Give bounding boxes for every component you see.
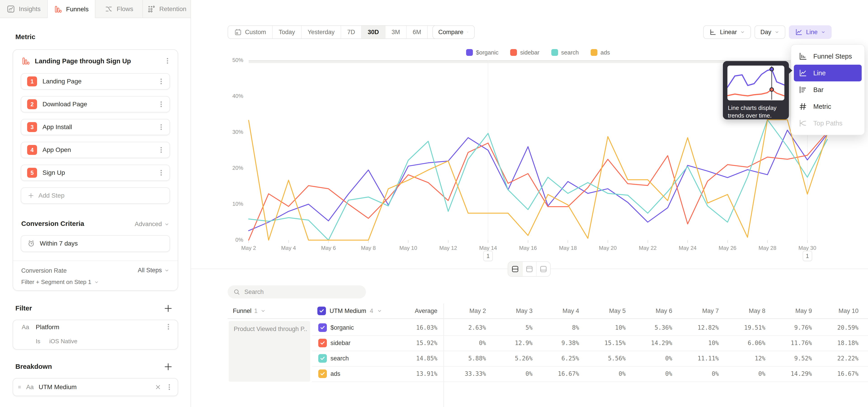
legend-item-organic[interactable]: $organic [466,49,499,56]
series-checkbox-ads[interactable] [318,370,327,378]
funnel-step-row[interactable]: 4App Open [21,142,170,158]
table-cell: 5.26% [487,351,532,366]
step-kebab-icon[interactable] [157,100,165,108]
range-label: Custom [245,29,266,36]
step-kebab-icon[interactable] [157,123,165,131]
filter-segment-dropdown[interactable]: Filter + Segment on Step 1 [21,279,99,286]
breakdown-column-dropdown[interactable]: UTM Medium4 [317,304,382,318]
x-axis-label: May 18 [552,245,584,251]
view-toggle-table-only[interactable] [536,262,550,276]
row-group-cell[interactable]: Product Viewed through P... [229,321,310,382]
view-toggle-chart-only[interactable] [522,262,536,276]
add-filter-button[interactable] [163,304,173,313]
series-line-ads [249,120,827,240]
advanced-dropdown[interactable]: Advanced [135,221,169,228]
legend-item-sidebar[interactable]: sidebar [510,49,539,56]
step-kebab-icon[interactable] [157,146,165,154]
breakdown-kebab-icon[interactable] [165,383,173,391]
drag-handle-icon[interactable] [17,384,23,390]
metric-kebab-icon[interactable] [164,57,171,65]
filter-kebab-icon[interactable] [164,323,172,331]
menu-item-top-paths: Top Paths [791,115,864,132]
series-checkbox-sidebar[interactable] [318,339,327,347]
legend-item-search[interactable]: search [551,49,579,56]
annotation-badge[interactable]: 1 [483,251,493,261]
table-cell: 10% [581,320,626,335]
legend-item-ads[interactable]: ads [591,49,610,56]
series-checkbox-organic[interactable] [318,323,327,332]
series-average: 15.92% [392,335,437,351]
search-input[interactable] [244,288,353,295]
table-cell: 15.15% [581,335,626,351]
step-kebab-icon[interactable] [157,77,165,85]
add-breakdown-button[interactable] [163,362,173,372]
series-checkbox-search[interactable] [318,354,327,363]
table-cell: 11.76% [767,335,812,351]
y-axis-label: 10% [226,201,243,207]
y-axis-label: 30% [226,129,243,135]
tooltip-text: Line charts display trends over time. [728,104,785,119]
funnel-step-row[interactable]: 1Landing Page [21,73,170,90]
range-30d[interactable]: 30D [361,26,385,38]
chevron-down-icon [821,30,826,35]
funnel-step-row[interactable]: 2Download Page [21,96,170,113]
range-today[interactable]: Today [272,26,301,38]
select-all-checkbox[interactable] [317,307,326,315]
tab-retention[interactable]: Retention [143,0,191,18]
date-column-header: May 10 [813,304,859,318]
table-cell: 14.29% [627,335,672,351]
menu-item-metric[interactable]: Metric [791,98,864,115]
scale-label: Linear [720,29,737,36]
insights-icon [6,5,15,13]
funnel-step-row[interactable]: 3App Install [21,119,170,135]
compare-button[interactable]: Compare [432,25,475,39]
range-3m[interactable]: 3M [385,26,406,38]
filter-card[interactable]: Aa Platform Is iOS Native [13,320,178,350]
scale-button[interactable]: Linear [703,25,751,39]
series-name: $organic [331,320,354,335]
chart-type-button[interactable]: Line [789,25,832,39]
conversion-rate-steps-dropdown[interactable]: All Steps [138,267,169,274]
conversion-window-button[interactable]: Within 7 days [21,235,170,252]
table-cell: 8% [534,320,579,335]
breakdown-card[interactable]: Aa UTM Medium [13,378,178,396]
menu-item-line[interactable]: Line [794,65,862,82]
close-icon[interactable] [155,384,161,390]
range-yesterday[interactable]: Yesterday [301,26,341,38]
filter-value[interactable]: iOS Native [49,338,77,345]
annotation-badge[interactable]: 1 [803,251,812,261]
filter-operator[interactable]: Is [36,338,40,345]
y-axis-label: 0% [226,237,243,243]
divider [13,260,178,261]
x-axis-tick [687,240,688,243]
funnel-selector-dropdown[interactable]: Funnel1 [233,304,266,318]
funnel-step-row[interactable]: 5Sign Up [21,165,170,181]
linear-scale-icon [709,28,717,36]
series-line-sidebar [249,132,827,240]
x-axis-tick [488,240,488,243]
table-cell: 16.67% [534,366,579,381]
tab-flows[interactable]: Flows [95,0,143,18]
step-kebab-icon[interactable] [157,169,165,177]
property-type-badge: Aa [22,324,29,331]
search-box[interactable] [228,285,366,299]
range-7d[interactable]: 7D [341,26,361,38]
tab-insights[interactable]: Insights [0,0,48,18]
menu-item-bar[interactable]: Bar [791,82,864,98]
range-custom[interactable]: Custom [228,26,272,38]
menu-item-label: Line [813,69,826,77]
step-label: App Open [42,146,71,154]
x-axis-tick [807,240,808,243]
legend-swatch [551,49,558,56]
x-axis-tick [448,240,448,243]
view-toggle-split-view[interactable] [508,262,522,276]
x-axis-label: May 2 [233,245,265,251]
menu-item-funnel-steps[interactable]: Funnel Steps [791,48,864,65]
add-step-button[interactable]: Add Step [21,187,170,204]
tab-funnels[interactable]: Funnels [48,0,95,19]
x-axis-label: May 4 [273,245,305,251]
tab-label: Insights [19,5,41,13]
interval-button[interactable]: Day [754,25,785,39]
chart-type-menu: Funnel StepsLineBarMetricTop Paths [791,44,865,135]
range-6m[interactable]: 6M [406,26,428,38]
